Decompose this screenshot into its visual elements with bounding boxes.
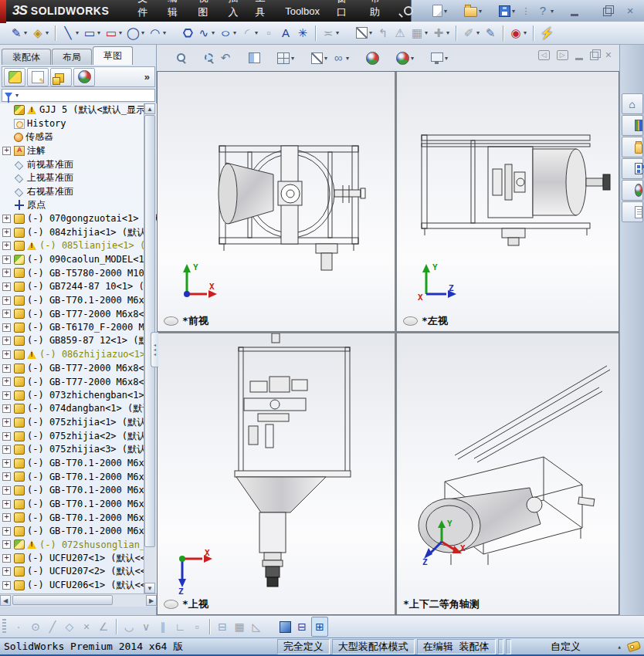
tree-item[interactable]: (-) 075zhijia<1> (默认< — [0, 416, 157, 430]
toolbar-grip[interactable] — [2, 619, 6, 634]
snap-center-button[interactable]: ⊙ — [28, 617, 43, 636]
expand-icon[interactable] — [2, 323, 11, 332]
ellipse-button[interactable]: ○ ▾ — [218, 24, 238, 42]
edit-appearance-button[interactable]: ▾ — [352, 49, 381, 67]
minimize-document-button[interactable] — [575, 50, 583, 60]
expand-icon[interactable] — [2, 418, 11, 427]
menu-item[interactable]: 窗口(W) — [328, 0, 361, 22]
expand-icon[interactable] — [2, 486, 11, 495]
expand-icon[interactable] — [2, 147, 11, 155]
expand-icon[interactable] — [2, 309, 11, 318]
appearances-scenes-tab[interactable] — [622, 180, 643, 201]
expand-icon[interactable] — [2, 513, 11, 522]
tree-item[interactable]: 原点 — [0, 198, 157, 212]
tree-item[interactable]: (-) GB7244-87 10<1> (默 — [0, 280, 157, 294]
tree-item[interactable]: (-) GB-T70.1-2000 M6x16 — [0, 497, 157, 511]
tree-item[interactable]: (-) 072shusonglian_M — [0, 538, 157, 552]
restore-window-button[interactable] — [589, 2, 613, 20]
section-view-button[interactable]: ▾ — [235, 49, 262, 67]
centerpoint-arc-button[interactable]: ◠ ▾ — [147, 24, 168, 42]
expand-icon[interactable] — [2, 500, 11, 509]
view-orientation-button[interactable]: ▾ — [263, 49, 296, 67]
tree-item[interactable]: (-) 090caolun_MODEL<1> — [0, 253, 157, 267]
tree-item[interactable]: (-) 073zhichengban<1> ( — [0, 388, 157, 402]
expand-icon[interactable] — [2, 432, 11, 441]
scroll-down-button[interactable]: ▼ — [144, 583, 155, 593]
menu-item[interactable]: Toolbox — [276, 0, 328, 22]
expand-icon[interactable] — [2, 377, 11, 386]
viewport-top[interactable]: X Z *上视 — [158, 333, 395, 614]
expand-icon[interactable] — [2, 404, 11, 413]
design-library-tab[interactable] — [622, 115, 643, 136]
menu-item[interactable]: 工具(T) — [247, 0, 277, 22]
tree-item[interactable]: GJJ 5 (默认<默认_显示状 — [0, 103, 157, 117]
menu-item[interactable]: 编辑(E) — [159, 0, 189, 22]
apply-scene-button[interactable]: ▾ — [382, 49, 415, 67]
move-entities-button[interactable]: ✚ ▾ — [431, 24, 451, 42]
expand-icon[interactable] — [2, 472, 11, 481]
tag-icon[interactable] — [627, 641, 642, 652]
tree-item[interactable]: (-) GB-T6170_F-2000 M12 — [0, 321, 157, 335]
menu-item[interactable]: 视图(V) — [189, 0, 219, 22]
propertymanager-tab[interactable] — [27, 68, 49, 86]
expand-icon[interactable] — [2, 215, 11, 223]
expand-icon[interactable] — [2, 391, 11, 400]
snap-line-button[interactable]: ╱ — [45, 617, 60, 636]
snap-points-button[interactable]: ▫ — [189, 617, 205, 636]
view-settings-button[interactable]: ▾ — [417, 49, 449, 67]
expand-icon[interactable] — [2, 350, 11, 359]
tree-item[interactable]: (-) 086zhijiazuo<1> — [0, 348, 157, 362]
sketch-fillet-button[interactable]: ◜ ▾ — [239, 24, 259, 42]
snap-midpoint-button[interactable]: ∨ — [138, 617, 154, 636]
tree-horizontal-scrollbar[interactable]: ◀ ▶ — [0, 593, 157, 607]
expand-icon[interactable] — [2, 540, 11, 549]
snap-angle-grid-button[interactable]: ◺ — [249, 617, 264, 636]
tree-item[interactable]: (-) GB-T70.1-2000 M6x16 — [0, 511, 157, 525]
single-view-button[interactable] — [266, 617, 293, 636]
point-button[interactable]: ✳ ▾ — [295, 24, 310, 42]
two-view-button[interactable]: ⊟ — [294, 617, 310, 636]
file-explorer-tab[interactable] — [622, 137, 643, 157]
tree-item[interactable]: (-) GB859-87 12<1> (默认 — [0, 334, 157, 348]
command-tab[interactable]: 草图 — [93, 46, 133, 65]
viewport-left[interactable]: Y Z X *左视 — [397, 72, 619, 331]
snap-hv-button[interactable]: ⊟ — [215, 617, 230, 636]
previous-view-button[interactable]: ↶ ▾ — [218, 49, 233, 67]
offset-entities-button[interactable]: ↰ ▾ — [375, 24, 391, 42]
tree-item[interactable]: 传感器 — [0, 130, 157, 144]
sketch-button[interactable]: ✎ ▾ — [8, 24, 29, 42]
spline-button[interactable]: ∿ ▾ — [196, 24, 216, 42]
snap-perpendicular-button[interactable]: ∟ — [172, 617, 188, 636]
line-button[interactable]: ╲ ▾ — [60, 24, 80, 42]
command-tab[interactable]: 布局 — [52, 49, 92, 65]
horizontal-scroll-thumb[interactable] — [12, 595, 113, 605]
expand-icon[interactable] — [2, 567, 11, 576]
repair-sketch-button[interactable]: ✎ ▾ — [483, 24, 498, 42]
menu-item[interactable]: 插入(I) — [220, 0, 247, 22]
tree-item[interactable]: 右视基准面 — [0, 185, 157, 199]
close-document-button[interactable]: × × — [605, 49, 612, 60]
snap-grid-button[interactable]: ▦ — [232, 617, 247, 636]
hide-show-items-button[interactable]: ∞ ▾ — [330, 49, 351, 67]
expand-icon[interactable] — [2, 296, 11, 305]
scroll-up-button[interactable]: ▲ — [144, 103, 155, 114]
sketch-relations-button[interactable]: ✐ ▾ — [461, 24, 481, 42]
close-window-button[interactable]: × — [622, 2, 638, 20]
help-button[interactable]: ? ▾ — [535, 2, 555, 20]
quick-snaps-button[interactable]: ◉ ▾ — [508, 24, 528, 42]
displaymanager-tab[interactable] — [73, 68, 95, 86]
expand-icon[interactable] — [2, 459, 11, 468]
text-button[interactable]: A ▾ — [278, 24, 293, 42]
expand-icon[interactable] — [2, 282, 11, 291]
straight-slot-button[interactable]: ▭ ▾ — [103, 24, 124, 42]
tree-item[interactable]: 注解 — [0, 144, 157, 158]
zoom-to-fit-button[interactable]: ▾ — [162, 49, 188, 67]
expand-icon[interactable] — [2, 269, 11, 277]
rapid-sketch-button[interactable]: ⚡ ▾ — [538, 24, 556, 42]
expand-icon[interactable] — [2, 581, 11, 590]
filter-dropdown-icon[interactable]: ▾ — [15, 92, 19, 99]
snap-quadrant-button[interactable]: ◇ — [62, 617, 77, 636]
scroll-right-button[interactable]: ▶ — [146, 595, 157, 606]
tree-item[interactable]: (-) 070gongzuotai<1> (默 — [0, 212, 157, 226]
tree-item[interactable]: (-) GB-T77-2000 M6x8<3> — [0, 375, 157, 389]
